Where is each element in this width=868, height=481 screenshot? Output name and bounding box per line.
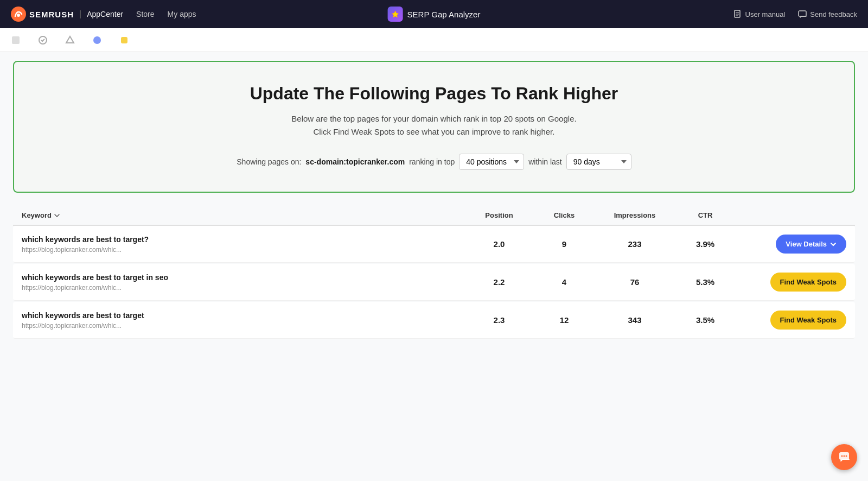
clicks-3: 12 <box>532 315 597 325</box>
svg-marker-9 <box>66 36 74 43</box>
th-clicks: Clicks <box>532 211 597 219</box>
svg-point-1 <box>17 14 20 17</box>
svg-rect-11 <box>121 37 127 43</box>
clicks-2: 4 <box>532 277 597 287</box>
keyword-text-1: which keywords are best to target? <box>22 235 467 244</box>
table-row: which keywords are best to target in seo… <box>13 264 855 301</box>
view-details-button[interactable]: View Details <box>776 235 846 254</box>
days-select[interactable]: 90 days 30 days 60 days 180 days <box>566 154 631 170</box>
chat-icon <box>838 451 850 463</box>
navbar: SEMRUSH | AppCenter Store My apps SERP G… <box>0 0 868 28</box>
filter-within: within last <box>528 157 561 166</box>
table-row: which keywords are best to target? https… <box>13 226 855 263</box>
semrush-logo[interactable]: SEMRUSH | AppCenter <box>11 7 123 22</box>
svg-rect-6 <box>799 11 806 16</box>
keyword-text-2: which keywords are best to target in seo <box>22 273 467 282</box>
keyword-cell-3: which keywords are best to target https:… <box>22 311 467 330</box>
appcenter-label: AppCenter <box>87 10 123 18</box>
action-cell-2: Find Weak Spots <box>738 273 846 292</box>
keyword-url-1: https://blog.topicranker.com/whic... <box>22 246 467 254</box>
find-weak-spots-button-3[interactable]: Find Weak Spots <box>770 311 847 330</box>
table-header: Keyword Position Clicks Impressions CTR <box>13 206 855 226</box>
strip-icon-3 <box>65 35 75 45</box>
strip-icon-2 <box>38 35 48 45</box>
keyword-cell-2: which keywords are best to target in seo… <box>22 273 467 292</box>
table-section: Keyword Position Clicks Impressions CTR … <box>13 206 855 339</box>
ctr-2: 5.3% <box>673 277 738 287</box>
ctr-1: 3.9% <box>673 239 738 249</box>
filter-mid: ranking in top <box>409 157 455 166</box>
svg-rect-7 <box>12 36 20 44</box>
app-title: SERP Gap Analyzer <box>407 10 481 19</box>
strip-icon-5 <box>119 35 129 45</box>
keyword-url-2: https://blog.topicranker.com/whic... <box>22 284 467 292</box>
user-manual-link[interactable]: User manual <box>733 10 786 18</box>
th-ctr: CTR <box>673 211 738 219</box>
svg-point-10 <box>93 36 101 44</box>
th-keyword[interactable]: Keyword <box>22 211 467 219</box>
strip-item-3[interactable] <box>65 35 75 45</box>
chevron-down-icon <box>830 241 837 248</box>
position-2: 2.2 <box>467 277 532 287</box>
strip-item-1[interactable] <box>11 35 21 45</box>
semrush-logo-icon <box>11 7 26 22</box>
impressions-1: 233 <box>597 239 673 249</box>
find-weak-spots-button-2[interactable]: Find Weak Spots <box>770 273 847 292</box>
app-icon <box>388 7 403 22</box>
svg-point-13 <box>841 455 843 457</box>
keyword-cell-1: which keywords are best to target? https… <box>22 235 467 254</box>
filter-prefix: Showing pages on: <box>237 157 301 166</box>
send-feedback-link[interactable]: Send feedback <box>798 10 857 18</box>
position-1: 2.0 <box>467 239 532 249</box>
sort-icon <box>54 212 60 219</box>
myapps-link[interactable]: My apps <box>168 10 196 18</box>
impressions-3: 343 <box>597 315 673 325</box>
table-row: which keywords are best to target https:… <box>13 302 855 339</box>
app-title-area: SERP Gap Analyzer <box>388 7 481 22</box>
keyword-url-3: https://blog.topicranker.com/whic... <box>22 322 467 330</box>
top-strip <box>0 28 868 52</box>
navbar-right: User manual Send feedback <box>733 10 857 18</box>
position-3: 2.3 <box>467 315 532 325</box>
feedback-icon <box>798 10 807 18</box>
hero-filter-row: Showing pages on: sc-domain:topicranker.… <box>27 154 841 170</box>
th-position: Position <box>467 211 532 219</box>
th-action <box>738 211 846 219</box>
strip-item-5[interactable] <box>119 35 129 45</box>
domain-name: sc-domain:topicranker.com <box>305 157 405 166</box>
positions-select[interactable]: 40 positions 10 positions 20 positions 5… <box>459 154 524 170</box>
hero-section: Update The Following Pages To Rank Highe… <box>13 61 855 193</box>
strip-icon-1 <box>11 35 21 45</box>
action-cell-1: View Details <box>738 235 846 254</box>
store-link[interactable]: Store <box>136 10 154 18</box>
book-icon <box>733 10 742 18</box>
strip-item-2[interactable] <box>38 35 48 45</box>
strip-item-4[interactable] <box>92 35 102 45</box>
action-cell-3: Find Weak Spots <box>738 311 846 330</box>
strip-icon-4 <box>92 35 102 45</box>
brand-name: SEMRUSH <box>29 10 74 19</box>
svg-point-14 <box>844 455 845 457</box>
hero-title: Update The Following Pages To Rank Highe… <box>27 84 841 104</box>
clicks-1: 9 <box>532 239 597 249</box>
keyword-text-3: which keywords are best to target <box>22 311 467 320</box>
ctr-3: 3.5% <box>673 315 738 325</box>
svg-point-15 <box>846 455 847 457</box>
chat-bubble[interactable] <box>831 444 857 470</box>
th-impressions: Impressions <box>597 211 673 219</box>
impressions-2: 76 <box>597 277 673 287</box>
brand-separator: | <box>79 9 81 19</box>
hero-subtitle: Below are the top pages for your domain … <box>27 112 841 138</box>
